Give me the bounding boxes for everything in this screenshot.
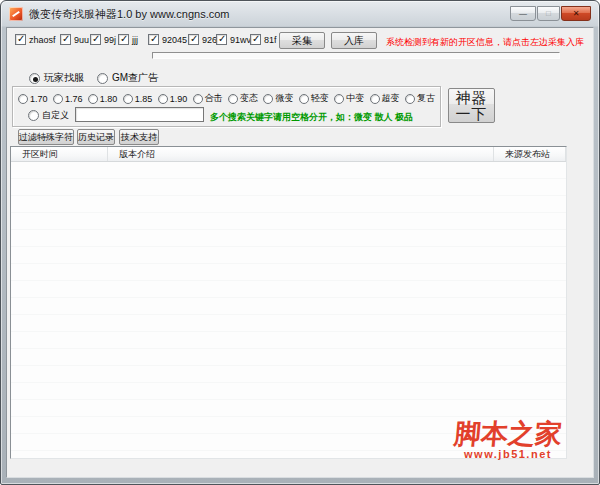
version-radio-label: 变态: [240, 92, 258, 105]
minimize-icon: —: [519, 10, 527, 18]
version-radio-label: 合击: [205, 92, 223, 105]
site-checkbox-label: 926: [202, 35, 217, 45]
version-radio-label: 1.90: [170, 94, 188, 104]
custom-keyword-radio[interactable]: 自定义: [28, 109, 69, 122]
site-checkbox-label: 99j: [104, 35, 116, 45]
site-checkbox-99j[interactable]: 99j: [90, 33, 116, 46]
site-checkbox-label: 81f: [264, 35, 277, 45]
version-radio-label: 超变: [382, 92, 400, 105]
version-radio-label: 1.85: [135, 94, 153, 104]
custom-radio-label: 自定义: [42, 109, 69, 122]
radio-icon: [228, 94, 238, 104]
version-radio-label: 复古: [417, 92, 435, 105]
radio-icon: [299, 94, 309, 104]
titlebar[interactable]: 微变传奇找服神器1.0 by www.cngns.com — □ ✕: [1, 1, 599, 27]
mode-radio-gm-ads[interactable]: GM查广告: [97, 71, 158, 85]
custom-keyword-input[interactable]: [75, 107, 204, 122]
watermark: 脚本之家 www.jb51.net: [449, 420, 567, 460]
radio-icon: [263, 94, 273, 104]
minimize-button[interactable]: —: [510, 6, 536, 21]
import-button[interactable]: 入库: [331, 32, 377, 49]
version-radio-label: 1.80: [100, 94, 118, 104]
mode-radio-label: 玩家找服: [44, 71, 84, 85]
checkbox-checked-icon: [188, 34, 199, 45]
column-header-version-intro[interactable]: 版本介绍: [108, 147, 494, 161]
app-icon: [9, 7, 23, 21]
radio-icon: [28, 110, 39, 121]
site-checkbox-92045[interactable]: 92045: [148, 33, 187, 46]
checkbox-checked-icon: [250, 34, 261, 45]
radio-icon: [53, 94, 63, 104]
version-radio-170[interactable]: 1.70: [18, 94, 48, 104]
version-radio-180[interactable]: 1.80: [88, 94, 118, 104]
version-radio-zhongbian[interactable]: 中变: [334, 92, 364, 105]
radio-icon: [370, 94, 380, 104]
version-radio-176[interactable]: 1.76: [53, 94, 83, 104]
radio-icon: [193, 94, 203, 104]
version-radio-label: 轻变: [311, 92, 329, 105]
app-window: 微变传奇找服神器1.0 by www.cngns.com — □ ✕ zhaos…: [0, 0, 600, 485]
results-table-body[interactable]: 脚本之家 www.jb51.net: [11, 162, 566, 458]
mode-radio-player-search[interactable]: 玩家找服: [29, 71, 84, 85]
mode-radio-label: GM查广告: [112, 71, 158, 85]
version-radio-label: 1.76: [65, 94, 83, 104]
site-checkbox-926[interactable]: 926: [188, 33, 217, 46]
version-radio-label: 微变: [275, 92, 293, 105]
site-checkbox-label: zhaosf: [29, 35, 56, 45]
alert-text: 系统检测到有新的开区信息，请点击左边采集入库: [386, 36, 584, 49]
window-title: 微变传奇找服神器1.0 by www.cngns.com: [29, 7, 230, 22]
close-icon: ✕: [573, 10, 580, 18]
checkbox-checked-icon: [15, 34, 26, 45]
version-radio-biantai[interactable]: 变态: [228, 92, 258, 105]
site-checkbox-zhaosf[interactable]: zhaosf: [15, 33, 56, 46]
maximize-button[interactable]: □: [537, 6, 560, 21]
history-button[interactable]: 历史记录: [77, 129, 115, 145]
version-radio-heji[interactable]: 合击: [193, 92, 223, 105]
checkbox-checked-icon: [118, 34, 129, 45]
version-radio-fugu[interactable]: 复古: [405, 92, 435, 105]
checkbox-checked-icon: [60, 34, 71, 45]
window-controls: — □ ✕: [510, 6, 591, 21]
site-checkbox-label: 92045: [162, 35, 187, 45]
checkbox-checked-icon: [90, 34, 101, 45]
version-radio-185[interactable]: 1.85: [123, 94, 153, 104]
version-radio-weibian[interactable]: 微变: [263, 92, 293, 105]
site-checkbox-91wv[interactable]: 91wv: [216, 33, 251, 46]
search-button[interactable]: 神器 一下: [448, 88, 495, 123]
collect-button[interactable]: 采集: [279, 32, 325, 49]
radio-icon: [334, 94, 344, 104]
checkbox-checked-icon: [148, 34, 159, 45]
site-checkbox-81f[interactable]: 81f: [250, 33, 277, 46]
version-filter-groupbox: 1.70 1.76 1.80 1.85 1.90 合击 变态 微变 轻变 中变 …: [12, 86, 441, 127]
site-checkbox-9uu[interactable]: 9uu: [60, 33, 89, 46]
version-options-row: 1.70 1.76 1.80 1.85 1.90 合击 变态 微变 轻变 中变 …: [18, 92, 435, 105]
version-radio-qingbian[interactable]: 轻变: [299, 92, 329, 105]
results-table-header: 开区时间 版本介绍 来源发布站: [11, 147, 566, 162]
close-button[interactable]: ✕: [561, 6, 591, 21]
radio-selected-icon: [29, 73, 40, 84]
column-header-source-site[interactable]: 来源发布站: [494, 147, 566, 161]
radio-icon: [88, 94, 98, 104]
keyword-hint-text: 多个搜索关键字请用空格分开，如：微变 散人 极品: [210, 111, 413, 124]
version-radio-label: 中变: [346, 92, 364, 105]
results-table: 开区时间 版本介绍 来源发布站 脚本之家 www.jb51.net: [10, 146, 567, 459]
radio-icon: [405, 94, 415, 104]
radio-icon: [18, 94, 28, 104]
radio-icon: [97, 73, 108, 84]
site-checkbox-label: 9uu: [74, 35, 89, 45]
version-radio-label: 1.70: [30, 94, 48, 104]
column-header-open-time[interactable]: 开区时间: [11, 147, 108, 161]
site-checkbox-label: 91wv: [230, 35, 251, 45]
watermark-title: 脚本之家: [448, 420, 568, 448]
version-radio-chaobian[interactable]: 超变: [370, 92, 400, 105]
tech-support-button[interactable]: 技术支持: [119, 129, 159, 145]
checkbox-checked-icon: [216, 34, 227, 45]
search-button-line1: 神器: [456, 90, 488, 106]
site-checkbox-jjj[interactable]: jjj: [118, 33, 138, 46]
version-radio-190[interactable]: 1.90: [158, 94, 188, 104]
filter-special-chars-button[interactable]: 过滤特殊字符: [18, 129, 74, 145]
search-button-line2: 一下: [456, 106, 488, 122]
progress-bar: [152, 52, 560, 59]
radio-icon: [158, 94, 168, 104]
watermark-url: www.jb51.net: [449, 448, 567, 460]
